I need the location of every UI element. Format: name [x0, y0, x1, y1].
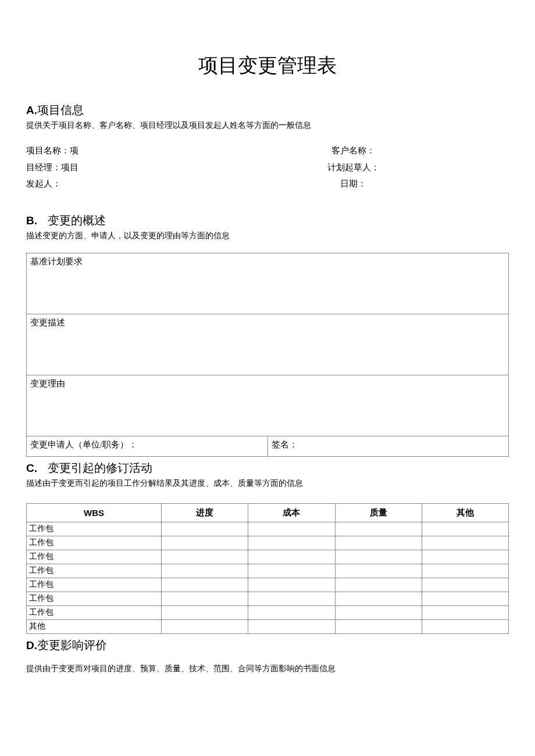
section-b-desc: 描述变更的方面、申请人，以及变更的理由等方面的信息	[26, 231, 509, 241]
wbs-cell: 工作包	[27, 522, 162, 536]
baseline-requirement-cell: 基准计划要求	[27, 253, 509, 314]
revision-activity-table: WBS 进度 成本 质量 其他 工作包 工作包 工作包 工作包 工作包 工作包 …	[26, 503, 509, 634]
wbs-cell: 工作包	[27, 536, 162, 550]
table-row: 工作包	[27, 592, 509, 605]
page-title: 项目变更管理表	[26, 52, 509, 79]
section-d-desc: 提供由于变更而对项目的进度、预算、质量、技术、范围、合同等方面影响的书面信息	[26, 664, 509, 674]
table-row: 工作包	[27, 536, 509, 550]
cell	[335, 592, 422, 605]
cell	[335, 550, 422, 564]
th-other: 其他	[422, 503, 508, 522]
cell	[248, 564, 335, 578]
project-info-grid: 项目名称：项 客户名称： 目经理：项目 计划起草人： 发起人： 日期：	[26, 142, 509, 192]
change-reason-cell: 变更理由	[27, 375, 509, 436]
change-description-cell: 变更描述	[27, 314, 509, 375]
section-a-letter: A.	[26, 104, 37, 116]
cell	[422, 619, 508, 633]
wbs-cell: 工作包	[27, 578, 162, 592]
cell	[335, 564, 422, 578]
cell	[162, 578, 248, 592]
project-name-label: 项目名称：项	[26, 142, 268, 159]
table-row: 工作包	[27, 522, 509, 536]
th-wbs: WBS	[27, 503, 162, 522]
cell	[422, 536, 508, 550]
wbs-cell: 工作包	[27, 605, 162, 619]
cell	[248, 605, 335, 619]
cell	[162, 619, 248, 633]
cell	[422, 522, 508, 536]
cell	[335, 605, 422, 619]
cell	[422, 605, 508, 619]
table-row: 工作包	[27, 605, 509, 619]
cell	[422, 578, 508, 592]
section-a-desc: 提供关于项目名称、客户名称、项目经理以及项目发起人姓名等方面的一般信息	[26, 120, 509, 131]
cell	[248, 550, 335, 564]
cell	[248, 536, 335, 550]
section-b-name: 变更的概述	[48, 214, 106, 227]
client-name-label: 客户名称：	[268, 142, 509, 159]
th-quality: 质量	[335, 503, 422, 522]
change-overview-table: 基准计划要求 变更描述 变更理由 变更申请人（单位/职务）： 签名：	[26, 253, 509, 457]
cell	[335, 536, 422, 550]
section-b-header: B.变更的概述	[26, 213, 509, 228]
cell	[162, 522, 248, 536]
section-d-header: D.变更影响评价	[26, 637, 509, 653]
th-cost: 成本	[248, 503, 335, 522]
cell	[248, 522, 335, 536]
cell	[422, 564, 508, 578]
table-row: 工作包	[27, 578, 509, 592]
cell	[335, 522, 422, 536]
cell	[335, 578, 422, 592]
cell	[248, 578, 335, 592]
section-c-name: 变更引起的修订活动	[48, 461, 152, 474]
section-a-name: 项目信息	[37, 103, 84, 116]
cell	[162, 605, 248, 619]
wbs-cell: 工作包	[27, 550, 162, 564]
table-row: 工作包	[27, 564, 509, 578]
cell	[162, 550, 248, 564]
plan-drafter-label: 计划起草人：	[268, 159, 509, 176]
cell	[335, 619, 422, 633]
wbs-cell: 工作包	[27, 592, 162, 605]
section-a-header: A.项目信息	[26, 102, 509, 118]
initiator-label: 发起人：	[26, 175, 268, 192]
table-row: 其他	[27, 619, 509, 633]
section-c-desc: 描述由于变更而引起的项目工作分解结果及其进度、成本、质量等方面的信息	[26, 478, 509, 489]
section-b-letter: B.	[26, 214, 37, 227]
wbs-cell: 其他	[27, 619, 162, 633]
project-manager-label: 目经理：项目	[26, 159, 268, 176]
cell	[422, 550, 508, 564]
cell	[162, 564, 248, 578]
section-d-name: 变更影响评价	[37, 639, 107, 651]
table-row: 工作包	[27, 550, 509, 564]
section-d-letter: D.	[26, 639, 37, 651]
wbs-cell: 工作包	[27, 564, 162, 578]
section-c-letter: C.	[26, 462, 37, 474]
date-label: 日期：	[268, 175, 509, 192]
cell	[162, 592, 248, 605]
th-schedule: 进度	[162, 503, 248, 522]
cell	[248, 592, 335, 605]
cell	[162, 536, 248, 550]
signature-cell: 签名：	[268, 436, 509, 456]
section-c-header: C.变更引起的修订活动	[26, 460, 509, 476]
cell	[422, 592, 508, 605]
cell	[248, 619, 335, 633]
change-requester-cell: 变更申请人（单位/职务）：	[27, 436, 268, 456]
